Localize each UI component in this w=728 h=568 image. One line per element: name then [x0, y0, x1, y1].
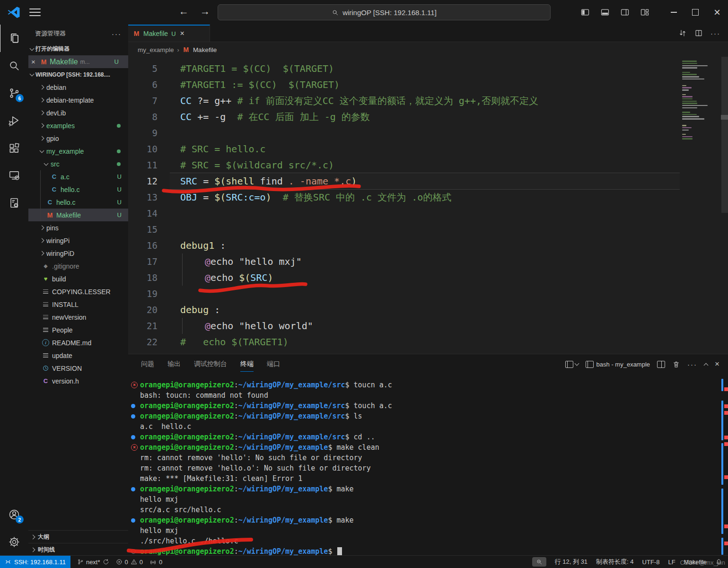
tree-item-gpio[interactable]: gpio: [28, 132, 128, 145]
tree-item-newVersion[interactable]: newVersion: [28, 311, 128, 323]
forward-button[interactable]: →: [200, 6, 210, 17]
minimap-slider[interactable]: [721, 115, 728, 120]
tree-item-wiringPiD[interactable]: wiringPiD: [28, 247, 128, 260]
toggle-sidebar-icon[interactable]: [580, 8, 590, 17]
language-mode[interactable]: Makefile: [684, 559, 707, 566]
git-branch-indicator[interactable]: next*: [77, 559, 109, 566]
search-sidebar-icon[interactable]: [0, 52, 28, 79]
indentation-setting[interactable]: 制表符长度: 4: [596, 558, 633, 566]
tree-item-hello.c[interactable]: Chello.cU: [28, 183, 128, 196]
encoding-setting[interactable]: UTF-8: [642, 559, 660, 566]
open-editors-header[interactable]: 打开的编辑器: [28, 43, 128, 55]
accounts-icon[interactable]: 2: [0, 501, 28, 528]
editor-scrollbar[interactable]: [721, 57, 728, 213]
zoom-indicator[interactable]: [532, 557, 546, 567]
editor-more-actions-icon[interactable]: ···: [710, 29, 720, 37]
tree-item-debian[interactable]: debian: [28, 81, 128, 94]
tree-item-debian-template[interactable]: debian-template: [28, 94, 128, 106]
command-success-icon: [130, 414, 140, 419]
clock-icon: [42, 365, 49, 371]
activity-bar: 6 2: [0, 25, 28, 556]
terminal-line: src/a.c src/hello.c: [130, 505, 714, 515]
tree-item-hello.c[interactable]: Chello.cU: [28, 196, 128, 209]
toggle-secondary-sidebar-icon[interactable]: [620, 8, 630, 17]
toggle-panel-icon[interactable]: [600, 8, 610, 17]
open-editor-item-makefile[interactable]: × M Makefile m... U: [28, 55, 128, 68]
tree-item-People[interactable]: People: [28, 323, 128, 336]
close-tab-icon[interactable]: ×: [180, 29, 184, 38]
terminal-session-tab[interactable]: bash - my_example: [586, 361, 650, 368]
code-line-5: 5#TARGET1 = $(CC) $(TARGET): [128, 61, 680, 77]
tree-item-a.c[interactable]: Ca.cU: [28, 170, 128, 183]
extensions-icon[interactable]: [0, 134, 28, 162]
panel-tab-调试控制台[interactable]: 调试控制台: [194, 357, 227, 371]
panel-tab-输出[interactable]: 输出: [167, 357, 181, 371]
back-button[interactable]: ←: [179, 6, 189, 17]
tree-item-.gitignore[interactable]: ◆.gitignore: [28, 260, 128, 272]
timeline-section[interactable]: 时间线: [28, 543, 128, 556]
breadcrumb-folder[interactable]: my_example: [138, 46, 174, 53]
remote-explorer-icon[interactable]: [0, 162, 28, 189]
command-center-search[interactable]: wiringOP [SSH: 192.168.1.11]: [218, 4, 551, 20]
open-changes-icon[interactable]: [678, 29, 687, 37]
workspace-root-header[interactable]: WIRINGOP [SSH: 192.168....: [28, 68, 128, 81]
split-editor-icon[interactable]: [694, 29, 703, 37]
customize-layout-icon[interactable]: [640, 8, 649, 17]
settings-gear-icon[interactable]: [0, 528, 28, 556]
new-terminal-button[interactable]: [565, 361, 579, 368]
makefile-tools-icon[interactable]: [0, 189, 28, 217]
tab-makefile[interactable]: M Makefile U ×: [128, 25, 210, 42]
source-control-icon[interactable]: 6: [0, 79, 28, 107]
tree-item-examples[interactable]: examples: [28, 119, 128, 132]
git-status-badge: U: [117, 173, 122, 180]
terminal-output[interactable]: orangepi@orangepizero2:~/wiringOP/my_exa…: [130, 380, 714, 556]
run-debug-icon[interactable]: [0, 107, 28, 134]
panel-tab-终端[interactable]: 终端: [240, 357, 254, 372]
readme-info-icon: i: [42, 339, 49, 346]
tree-item-INSTALL[interactable]: INSTALL: [28, 298, 128, 311]
minimize-button[interactable]: [663, 0, 684, 25]
split-terminal-icon[interactable]: [657, 361, 665, 368]
close-icon[interactable]: ×: [31, 58, 38, 66]
tree-item-VERSION[interactable]: VERSION: [28, 362, 128, 375]
cursor-position[interactable]: 行 12, 列 31: [555, 558, 588, 566]
tree-item-update[interactable]: update: [28, 349, 128, 362]
ports-indicator[interactable]: 0: [149, 559, 162, 566]
tree-item-version.h[interactable]: Cversion.h: [28, 375, 128, 387]
bell-icon[interactable]: [715, 559, 722, 566]
git-status-badge: U: [117, 211, 122, 218]
minimap[interactable]: [680, 57, 721, 354]
outline-section[interactable]: 大纲: [28, 530, 128, 543]
explorer-icon[interactable]: [0, 25, 29, 52]
tree-item-devLib[interactable]: devLib: [28, 106, 128, 119]
tree-item-README.md[interactable]: iREADME.md: [28, 336, 128, 349]
tree-item-src[interactable]: src: [28, 157, 128, 170]
close-window-button[interactable]: ×: [706, 0, 728, 25]
panel-tab-问题[interactable]: 问题: [141, 357, 154, 371]
sidebar-more-icon[interactable]: ···: [112, 30, 122, 38]
close-panel-icon[interactable]: ×: [715, 359, 719, 369]
maximize-button[interactable]: [684, 0, 706, 25]
problems-indicator[interactable]: 0 0: [116, 559, 143, 566]
tree-item-my_example[interactable]: my_example: [28, 145, 128, 157]
breadcrumb-file[interactable]: Makefile: [193, 46, 217, 53]
modified-dot-badge: [117, 149, 121, 153]
terminal-icon: [586, 361, 594, 368]
terminal-line: hello mxj: [130, 494, 714, 505]
file-tree: debiandebian-templatedevLibexamplesgpiom…: [28, 81, 128, 387]
code-editor[interactable]: 5#TARGET1 = $(CC) $(TARGET)6#TARGET1 := …: [128, 57, 680, 354]
kill-terminal-icon[interactable]: [672, 360, 680, 368]
tree-item-COPYING.LESSER[interactable]: COPYING.LESSER: [28, 285, 128, 298]
tree-item-Makefile[interactable]: MMakefileU: [28, 209, 128, 221]
error-icon: [116, 559, 123, 565]
tree-item-wiringPi[interactable]: wiringPi: [28, 234, 128, 247]
tree-item-build[interactable]: ♥build: [28, 272, 128, 285]
remote-indicator[interactable]: SSH: 192.168.1.11: [0, 556, 70, 568]
panel-more-actions-icon[interactable]: ···: [687, 360, 697, 368]
menu-icon[interactable]: [29, 9, 41, 16]
tree-item-pins[interactable]: pins: [28, 221, 128, 234]
breadcrumb[interactable]: my_example › M Makefile: [128, 42, 728, 57]
maximize-panel-icon[interactable]: [704, 363, 709, 367]
eol-setting[interactable]: LF: [668, 559, 675, 566]
panel-tab-端口[interactable]: 端口: [267, 357, 280, 371]
